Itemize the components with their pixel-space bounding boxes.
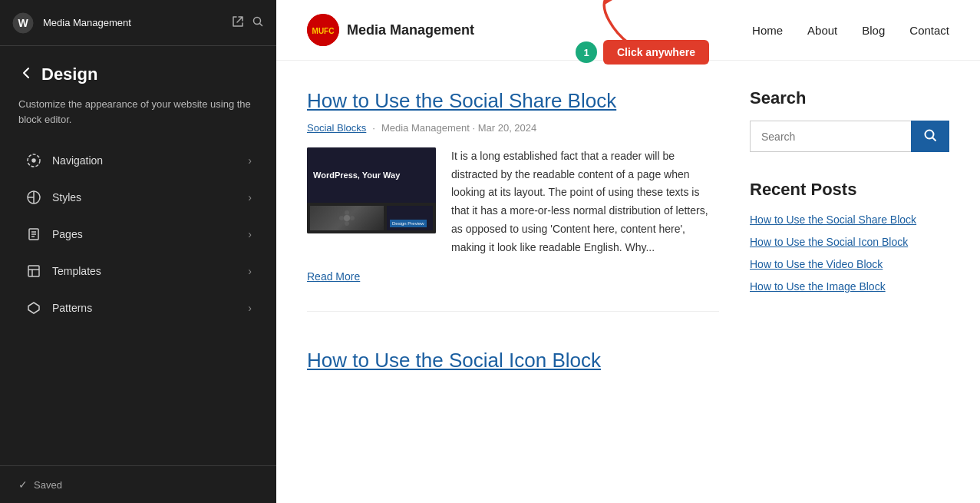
- navigation-chevron-icon: ›: [248, 154, 252, 167]
- sidebar-description: Customize the appearance of your website…: [0, 91, 276, 142]
- post-meta-1: Social Blocks · Media Management · Mar 2…: [307, 122, 719, 134]
- sidebar-item-pages[interactable]: Pages ›: [6, 216, 270, 253]
- thumbnail-text: WordPress, Your Way: [313, 170, 400, 180]
- templates-chevron-icon: ›: [248, 265, 252, 277]
- thumbnail-badge: Design Preview: [390, 220, 427, 227]
- sidebar-item-templates[interactable]: Templates ›: [6, 253, 270, 290]
- recent-post-link-1[interactable]: How to Use the Social Share Block: [750, 213, 916, 226]
- site-logo-area: MUFC Media Management: [307, 14, 474, 46]
- recent-posts-widget: Recent Posts How to Use the Social Share…: [750, 180, 949, 295]
- patterns-label: Patterns: [52, 302, 248, 314]
- search-topbar-icon[interactable]: [252, 15, 264, 31]
- back-button[interactable]: [18, 65, 34, 84]
- main-content: MUFC Media Management Home About Blog Co…: [276, 0, 980, 503]
- sidebar-item-styles[interactable]: Styles ›: [6, 179, 270, 216]
- pages-icon: [25, 225, 43, 243]
- list-item: How to Use the Image Block: [750, 279, 949, 295]
- saved-label: Saved: [34, 479, 62, 491]
- nav-blog[interactable]: Blog: [862, 24, 885, 37]
- post-title-1[interactable]: How to Use the Social Share Block: [307, 88, 719, 114]
- sidebar-item-patterns[interactable]: Patterns ›: [6, 290, 270, 326]
- list-item: How to Use the Video Block: [750, 256, 949, 273]
- sidebar-site-title: Media Management: [43, 17, 223, 28]
- svg-point-12: [344, 215, 350, 221]
- navigation-label: Navigation: [52, 154, 248, 167]
- saved-check-icon: ✓: [18, 478, 28, 491]
- post-author-1: Media Management · Mar 20, 2024: [381, 122, 536, 134]
- sidebar-topbar: W Media Management: [0, 0, 276, 46]
- styles-icon: [25, 188, 43, 207]
- sidebar-footer: ✓ Saved: [0, 465, 276, 503]
- navigation-icon: [25, 151, 43, 170]
- site-name: Media Management: [347, 22, 474, 38]
- svg-point-14: [345, 221, 349, 226]
- recent-post-link-4[interactable]: How to Use the Image Block: [750, 280, 886, 293]
- sidebar-item-navigation[interactable]: Navigation ›: [6, 142, 270, 179]
- post-category-1[interactable]: Social Blocks: [307, 122, 366, 134]
- pages-label: Pages: [52, 228, 248, 240]
- svg-point-4: [32, 159, 35, 162]
- topbar-icons: [232, 15, 264, 31]
- blog-main: How to Use the Social Share Block Social…: [307, 88, 719, 437]
- sidebar: W Media Management Design Custom: [0, 0, 276, 503]
- nav-about[interactable]: About: [807, 24, 837, 37]
- nav-contact[interactable]: Contact: [909, 24, 949, 37]
- search-form: [750, 121, 949, 152]
- design-title: Design: [41, 65, 97, 84]
- patterns-chevron-icon: ›: [248, 302, 252, 314]
- search-submit-button[interactable]: [911, 121, 949, 152]
- sidebar-design-header: Design: [0, 46, 276, 91]
- templates-label: Templates: [52, 265, 248, 277]
- post-body-1: WordPress, Your Way: [307, 147, 719, 257]
- styles-chevron-icon: ›: [248, 191, 252, 204]
- recent-posts-title: Recent Posts: [750, 180, 949, 200]
- blog-wrapper: How to Use the Social Share Block Social…: [276, 61, 980, 465]
- wp-logo-icon[interactable]: W: [12, 12, 34, 34]
- styles-label: Styles: [52, 191, 248, 204]
- list-item: How to Use the Social Icon Block: [750, 234, 949, 250]
- thumbnail-img-right: Design Preview: [387, 206, 433, 230]
- post-card-2: How to Use the Social Icon Block: [307, 349, 719, 400]
- templates-icon: [25, 262, 43, 280]
- search-widget-title: Search: [750, 88, 949, 108]
- pages-chevron-icon: ›: [248, 228, 252, 240]
- svg-point-15: [339, 216, 344, 220]
- external-link-icon[interactable]: [232, 15, 244, 31]
- patterns-icon: [25, 299, 43, 317]
- annotation-arrow-icon: [583, 0, 645, 48]
- sidebar-nav: Navigation › Styles › Pages ›: [0, 142, 276, 465]
- nav-home[interactable]: Home: [752, 24, 783, 37]
- post-title-2[interactable]: How to Use the Social Icon Block: [307, 349, 719, 372]
- search-button-icon: [923, 128, 937, 144]
- site-header: MUFC Media Management Home About Blog Co…: [276, 0, 980, 61]
- post-card-1: How to Use the Social Share Block Social…: [307, 88, 719, 312]
- meta-separator: ·: [372, 122, 375, 134]
- site-navigation: Home About Blog Contact: [752, 24, 949, 37]
- post-thumbnail-1: WordPress, Your Way: [307, 147, 436, 233]
- svg-marker-8: [28, 303, 39, 313]
- blog-sidebar: Search Recent Posts: [750, 88, 949, 437]
- list-item: How to Use the Social Share Block: [750, 212, 949, 228]
- svg-point-16: [350, 216, 355, 220]
- recent-post-link-3[interactable]: How to Use the Video Block: [750, 258, 883, 270]
- search-input[interactable]: [750, 121, 911, 152]
- read-more-link-1[interactable]: Read More: [307, 270, 360, 283]
- thumbnail-bottom: Design Preview: [307, 203, 436, 233]
- search-widget: Search: [750, 88, 949, 152]
- svg-point-13: [345, 210, 349, 215]
- svg-text:W: W: [18, 17, 28, 29]
- thumbnail-img-left: [310, 206, 384, 230]
- post-excerpt-1: It is a long established fact that a rea…: [451, 147, 719, 257]
- annotation-container: 1 Click anywhere: [576, 40, 709, 65]
- site-logo: MUFC: [307, 14, 339, 46]
- thumbnail-top: WordPress, Your Way: [307, 147, 436, 203]
- svg-text:MUFC: MUFC: [312, 27, 335, 35]
- svg-rect-7: [28, 266, 39, 276]
- recent-post-link-2[interactable]: How to Use the Social Icon Block: [750, 236, 908, 248]
- recent-posts-list: How to Use the Social Share Block How to…: [750, 212, 949, 295]
